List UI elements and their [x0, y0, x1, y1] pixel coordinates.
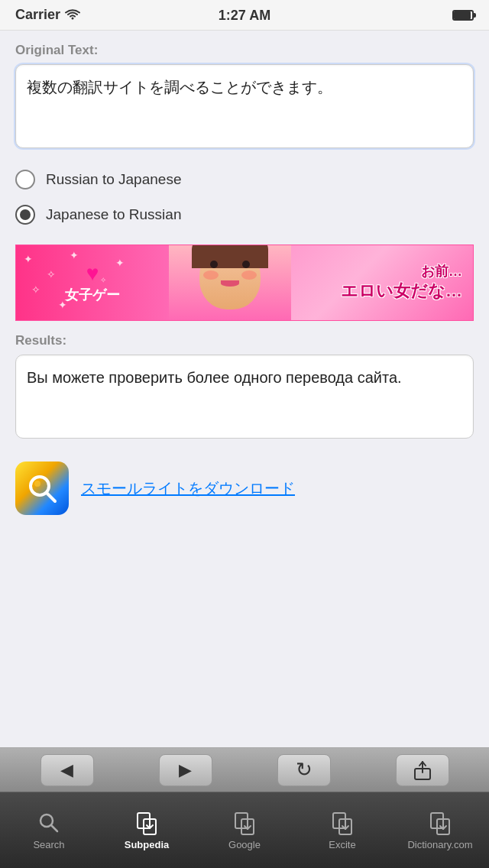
svg-line-6	[51, 825, 57, 831]
browser-toolbar: ◀ ▶ ↻	[0, 747, 489, 792]
ad-joshi-text: 女子ゲー	[65, 286, 120, 304]
original-text-content: 複数の翻訳サイトを調べることができます。	[27, 76, 462, 99]
results-box: Вы можете проверить более одного перевод…	[15, 355, 474, 439]
share-button[interactable]	[396, 754, 449, 786]
translation-direction-group: Russian to Japanese Japanese to Russian	[15, 162, 474, 232]
dictionary-tab-icon	[427, 810, 453, 836]
original-text-box[interactable]: 複数の翻訳サイトを調べることができます。	[15, 64, 474, 148]
main-content: Original Text: 複数の翻訳サイトを調べることができます。 Russ…	[0, 31, 489, 523]
status-time: 1:27 AM	[219, 8, 270, 24]
tab-subpedia[interactable]: Subpedia	[98, 792, 196, 868]
tab-google-label: Google	[228, 839, 261, 850]
wifi-icon	[65, 9, 80, 21]
tab-subpedia-label: Subpedia	[125, 839, 170, 850]
radio-circle-jp-ru[interactable]	[15, 205, 35, 225]
svg-point-2	[34, 481, 40, 487]
ad-text-line2: エロい女だな…	[341, 280, 462, 303]
radio-label-jp-ru: Japanese to Russian	[46, 206, 181, 223]
tab-dictionary[interactable]: Dictionary.com	[391, 792, 489, 868]
radio-label-ru-jp: Russian to Japanese	[46, 171, 181, 188]
carrier-label: Carrier	[15, 7, 80, 23]
radio-circle-ru-jp[interactable]	[15, 170, 35, 189]
ad-banner-right: お前… エロい女だな…	[291, 257, 473, 309]
battery-icon	[452, 10, 474, 21]
tab-excite[interactable]: Excite	[293, 792, 391, 868]
results-content: Вы можете проверить более одного перевод…	[27, 366, 462, 389]
magnifier-icon	[24, 471, 60, 506]
radio-japanese-to-russian[interactable]: Japanese to Russian	[15, 197, 474, 232]
app-promo[interactable]: スモールライトをダウンロード	[15, 454, 474, 523]
ad-character-area	[169, 245, 291, 320]
tab-google[interactable]: Google	[196, 792, 293, 868]
tab-bar: Search Subpedia Google Excite	[0, 792, 489, 868]
original-text-label: Original Text:	[15, 43, 474, 58]
tab-dictionary-label: Dictionary.com	[407, 839, 472, 850]
status-bar: Carrier 1:27 AM	[0, 0, 489, 31]
reload-button[interactable]: ↻	[277, 754, 331, 786]
tab-search-label: Search	[33, 839, 64, 850]
ad-banner-left: ♥ 女子ゲー	[16, 245, 169, 320]
app-promo-link[interactable]: スモールライトをダウンロード	[81, 478, 295, 499]
excite-tab-icon	[329, 810, 355, 836]
app-icon	[15, 462, 69, 515]
results-label: Results:	[15, 333, 474, 348]
forward-button[interactable]: ▶	[159, 754, 212, 786]
subpedia-tab-icon	[134, 810, 160, 836]
tab-search[interactable]: Search	[0, 792, 98, 868]
ad-text-line1: お前…	[421, 263, 462, 280]
back-button[interactable]: ◀	[40, 754, 94, 786]
share-icon	[412, 760, 433, 781]
google-tab-icon	[232, 810, 257, 836]
tab-excite-label: Excite	[329, 839, 355, 850]
ad-banner[interactable]: ✦ ✧ ✦ ✧ ✦ ✦ ✧ ♥ 女子ゲー	[15, 245, 474, 321]
search-tab-icon	[36, 810, 62, 836]
svg-line-1	[47, 493, 55, 501]
status-right	[452, 10, 474, 21]
radio-russian-to-japanese[interactable]: Russian to Japanese	[15, 162, 474, 197]
